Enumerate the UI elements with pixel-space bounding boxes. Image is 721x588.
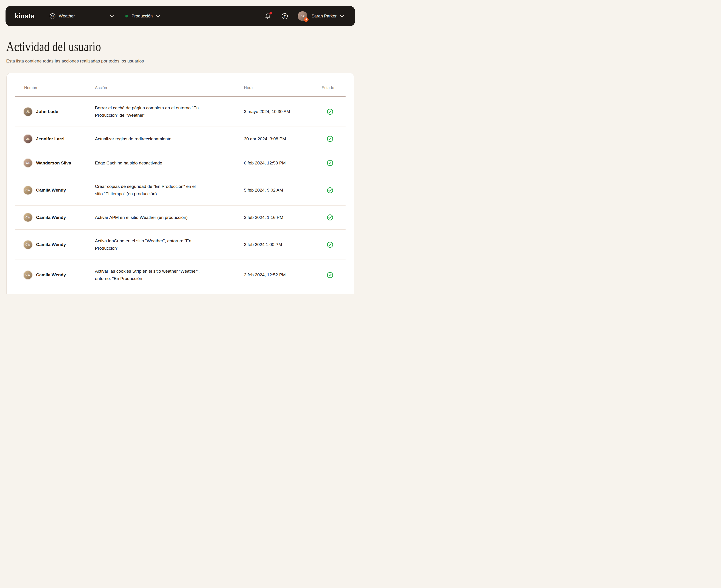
table-row: WS Wanderson Silva Edge Caching ha sido … bbox=[15, 151, 345, 175]
row-user-name: Camila Wendy bbox=[36, 272, 66, 277]
wordpress-icon: W bbox=[49, 13, 56, 19]
table-row: JL Jennifer Larzi Actualizar reglas de r… bbox=[15, 127, 345, 151]
row-status bbox=[322, 135, 345, 142]
success-check-icon bbox=[327, 241, 333, 248]
row-timestamp: 30 abr 2024, 3:08 PM bbox=[244, 136, 322, 142]
site-selector-label: Weather bbox=[59, 14, 75, 19]
column-header-accion: Acción bbox=[95, 85, 244, 90]
table-header-row: Nombre Acción Hora Estado bbox=[15, 73, 345, 96]
row-timestamp: 3 mayo 2024, 10:30 AM bbox=[244, 109, 322, 114]
row-timestamp: 2 feb 2024, 12:52 PM bbox=[244, 272, 322, 277]
help-icon: ? bbox=[281, 13, 288, 20]
success-check-icon bbox=[327, 214, 333, 221]
table-row: CW Camila Wendy Crear copias de segurida… bbox=[15, 175, 345, 206]
row-user-name: Camila Wendy bbox=[36, 188, 66, 193]
row-user-name: Jennifer Larzi bbox=[36, 136, 65, 142]
row-timestamp: 2 feb 2024, 1:16 PM bbox=[244, 215, 322, 220]
row-status bbox=[322, 214, 345, 221]
table-row: CW Camila Wendy Activa ionCube en el sit… bbox=[15, 230, 345, 260]
column-header-estado: Estado bbox=[322, 85, 345, 90]
success-check-icon bbox=[327, 160, 333, 166]
row-timestamp: 5 feb 2024, 9:02 AM bbox=[244, 188, 322, 193]
help-button[interactable]: ? bbox=[281, 13, 288, 20]
notification-dot bbox=[269, 12, 272, 15]
avatar: JL bbox=[24, 134, 32, 143]
success-check-icon bbox=[327, 108, 333, 115]
row-action-text: Activar APM en el sitio Weather (en prod… bbox=[95, 214, 244, 221]
avatar: CW bbox=[24, 186, 32, 194]
row-user-name: Wanderson Silva bbox=[36, 161, 71, 166]
row-action-text: Actualizar reglas de redireccionamiento bbox=[95, 135, 244, 143]
notifications-button[interactable] bbox=[265, 13, 271, 19]
row-timestamp: 6 feb 2024, 12:53 PM bbox=[244, 161, 322, 166]
row-status bbox=[322, 272, 345, 278]
table-row: CW Camila Wendy Activar APM en el sitio … bbox=[15, 206, 345, 230]
table-row: CW Camila Wendy Activar las cookies Stri… bbox=[15, 260, 345, 290]
avatar: CW bbox=[24, 271, 32, 279]
column-header-hora: Hora bbox=[244, 85, 322, 90]
avatar: CW bbox=[24, 213, 32, 222]
page-title: Actividad del usuario bbox=[6, 39, 304, 54]
chevron-down-icon bbox=[156, 15, 160, 18]
avatar: WS bbox=[24, 159, 32, 167]
table-row: JL John Lode Borrar el caché de página c… bbox=[15, 97, 345, 127]
success-check-icon bbox=[327, 135, 333, 142]
user-avatar[interactable]: SP bbox=[298, 11, 307, 21]
page-subtitle: Esta lista contiene todas las acciones r… bbox=[6, 59, 361, 64]
lightning-badge-icon bbox=[304, 17, 308, 22]
row-action-text: Activa ionCube en el sitio "Weather", en… bbox=[95, 237, 244, 252]
row-action-text: Edge Caching ha sido desactivado bbox=[95, 160, 244, 167]
activity-table-body: JL John Lode Borrar el caché de página c… bbox=[15, 97, 345, 290]
success-check-icon bbox=[327, 187, 333, 194]
user-menu-name[interactable]: Sarah Parker bbox=[312, 14, 337, 19]
row-action-text: Crear copias de seguridad de "En Producc… bbox=[95, 183, 244, 197]
row-status bbox=[322, 160, 345, 166]
activity-card: Nombre Acción Hora Estado JL John Lode B… bbox=[6, 73, 354, 294]
row-user-name: Camila Wendy bbox=[36, 242, 66, 247]
chevron-down-icon bbox=[110, 15, 114, 18]
row-action-text: Borrar el caché de página completa en el… bbox=[95, 104, 244, 119]
row-user-name: Camila Wendy bbox=[36, 215, 66, 220]
environment-selector-label: Producción bbox=[132, 14, 153, 19]
site-selector-dropdown[interactable]: W Weather bbox=[49, 13, 114, 19]
svg-text:W: W bbox=[51, 15, 54, 18]
top-navbar: kinsta W Weather Producción bbox=[5, 6, 355, 26]
row-status bbox=[322, 187, 345, 194]
kinsta-logo[interactable]: kinsta bbox=[15, 13, 35, 20]
chevron-down-icon[interactable] bbox=[340, 15, 344, 18]
avatar: CW bbox=[24, 240, 32, 249]
success-check-icon bbox=[327, 272, 333, 278]
row-timestamp: 2 feb 2024 1:00 PM bbox=[244, 242, 322, 247]
svg-text:?: ? bbox=[284, 14, 286, 18]
row-status bbox=[322, 241, 345, 248]
environment-selector-dropdown[interactable]: Producción bbox=[125, 14, 160, 19]
row-action-text: Activar las cookies Strip en el sitio we… bbox=[95, 268, 244, 282]
row-user-name: John Lode bbox=[36, 109, 58, 114]
avatar: JL bbox=[24, 107, 32, 116]
column-header-nombre: Nombre bbox=[15, 85, 95, 90]
row-status bbox=[322, 108, 345, 115]
environment-status-dot bbox=[125, 15, 128, 18]
